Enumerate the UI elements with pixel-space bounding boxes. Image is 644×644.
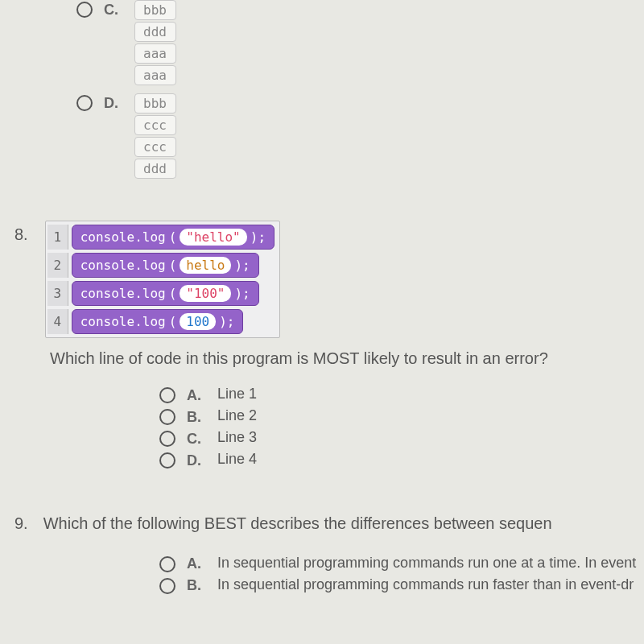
code-line-4: 4 console.log ( 100 ); xyxy=(47,308,278,336)
code-text: console.log xyxy=(80,314,166,329)
radio-icon[interactable] xyxy=(159,452,175,469)
paren-open: ( xyxy=(169,258,177,273)
radio-icon[interactable] xyxy=(76,95,93,111)
q8-option-a[interactable]: A. Line 1 xyxy=(159,386,644,404)
code-text: console.log xyxy=(80,286,166,301)
paren-close: ); xyxy=(234,258,250,273)
option-text: In sequential programming commands run o… xyxy=(217,555,636,572)
option-label: D. xyxy=(104,95,123,112)
option-label: C. xyxy=(187,431,206,448)
option-label: B. xyxy=(187,409,206,426)
code-block-item: bbb xyxy=(134,0,176,20)
q8-option-c[interactable]: C. Line 3 xyxy=(159,429,644,448)
code-line-2: 2 console.log ( hello ); xyxy=(47,251,278,279)
paren-close: ); xyxy=(234,286,250,301)
q7-partial: C. bbb ddd aaa aaa D. bbb ccc ccc ddd xyxy=(0,0,644,179)
option-label: B. xyxy=(187,577,206,594)
radio-icon[interactable] xyxy=(76,2,93,18)
code-line-3: 3 console.log ( "100" ); xyxy=(47,279,278,308)
q8-option-b[interactable]: B. Line 2 xyxy=(159,407,644,426)
line-number: 4 xyxy=(47,309,68,334)
radio-icon[interactable] xyxy=(159,556,175,572)
code-block-item: ddd xyxy=(134,159,176,179)
option-text: In sequential programming commands run f… xyxy=(217,576,634,593)
radio-icon[interactable] xyxy=(159,578,175,594)
q8-option-d[interactable]: D. Line 4 xyxy=(159,451,644,469)
question-9: 9. Which of the following BEST describes… xyxy=(0,514,644,594)
option-label: A. xyxy=(187,555,206,572)
code-block-item: ccc xyxy=(134,115,176,135)
code-block-item: aaa xyxy=(134,43,176,64)
block-stack-d: bbb ccc ccc ddd xyxy=(134,93,176,179)
line-number: 1 xyxy=(47,225,68,250)
q7-option-c[interactable]: C. bbb ddd aaa aaa xyxy=(76,0,644,85)
question-text: Which of the following BEST describes th… xyxy=(43,514,552,532)
option-label: A. xyxy=(187,387,206,404)
code-pill: console.log ( hello ); xyxy=(72,253,259,278)
q9-option-a[interactable]: A. In sequential programming commands ru… xyxy=(159,554,644,572)
block-stack-c: bbb ddd aaa aaa xyxy=(134,0,176,85)
q9-options: A. In sequential programming commands ru… xyxy=(159,554,644,594)
code-block-item: ccc xyxy=(134,137,176,157)
question-number: 9. xyxy=(14,514,28,532)
paren-close: ); xyxy=(250,229,266,245)
code-arg: "100" xyxy=(180,285,231,302)
code-text: console.log xyxy=(80,229,166,245)
question-number: 8. xyxy=(14,225,28,244)
radio-icon[interactable] xyxy=(159,431,175,447)
option-text: Line 4 xyxy=(217,451,257,468)
question-8: 8. 1 console.log ( "hello" ); 2 console.… xyxy=(0,221,644,469)
code-arg: "hello" xyxy=(180,229,246,246)
q9-option-b[interactable]: B. In sequential programming commands ru… xyxy=(159,576,644,594)
code-line-1: 1 console.log ( "hello" ); xyxy=(47,223,278,251)
code-text: console.log xyxy=(80,258,166,273)
option-label: C. xyxy=(104,2,123,19)
code-block-item: bbb xyxy=(134,93,176,114)
line-number: 3 xyxy=(47,281,68,306)
paren-open: ( xyxy=(169,286,177,301)
code-block-item: aaa xyxy=(134,65,176,85)
option-text: Line 1 xyxy=(217,386,257,402)
paren-open: ( xyxy=(169,229,177,245)
code-arg: 100 xyxy=(180,313,216,330)
option-label: D. xyxy=(187,452,206,469)
paren-open: ( xyxy=(169,314,177,329)
code-pill: console.log ( 100 ); xyxy=(72,309,244,334)
code-editor: 1 console.log ( "hello" ); 2 console.log… xyxy=(45,221,280,338)
option-text: Line 2 xyxy=(217,407,257,424)
line-number: 2 xyxy=(47,253,68,278)
code-pill: console.log ( "100" ); xyxy=(72,281,259,306)
question-text: Which line of code in this program is MO… xyxy=(50,349,644,368)
q7-option-d[interactable]: D. bbb ccc ccc ddd xyxy=(76,93,644,179)
code-pill: console.log ( "hello" ); xyxy=(72,225,275,250)
radio-icon[interactable] xyxy=(159,387,175,403)
code-arg: hello xyxy=(180,257,231,274)
code-block-item: ddd xyxy=(134,22,176,42)
paren-close: ); xyxy=(219,314,234,329)
radio-icon[interactable] xyxy=(159,409,175,425)
option-text: Line 3 xyxy=(217,429,257,446)
q8-options: A. Line 1 B. Line 2 C. Line 3 D. Line 4 xyxy=(159,386,644,469)
